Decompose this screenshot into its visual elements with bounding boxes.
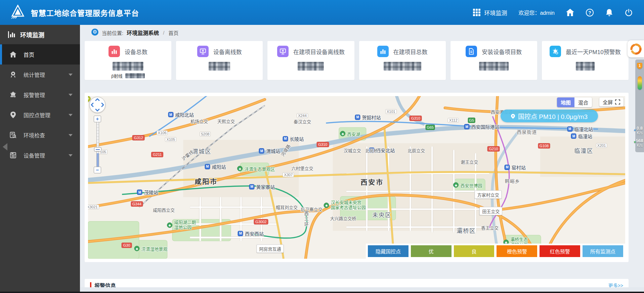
sidebar-item-home[interactable]: 首页 [0,44,80,65]
chevron-down-icon [69,74,73,76]
chevron-down-icon [69,134,73,136]
map-station-label[interactable]: M渭城站 [259,148,280,154]
zoom-track[interactable] [96,122,99,167]
map-zoom-slider[interactable]: + − [94,116,102,173]
map-pan-control[interactable] [89,97,105,113]
pm10-tooltip-text: 国控点 PM10 | 0.0µg/m3 [518,112,588,121]
home-icon[interactable] [566,8,574,16]
map-type-hybrid[interactable]: 混合 [574,97,592,107]
float-widget-logo[interactable] [628,40,644,57]
sidebar-item-1[interactable]: 统计管理 [0,65,80,85]
zoom-fill [97,153,99,167]
module-switch[interactable]: 环境监测 [473,8,507,17]
stat-card-extra-value-blurred [125,73,145,78]
map-label-city: 西安市 [360,177,384,186]
sidebar-title: 环境监测 [20,30,44,39]
float-widget-strip[interactable]: 1 ▲0.8K/s▼568K/s [635,59,644,152]
map-station-label[interactable]: M临潼站 [571,133,592,139]
app-logo-icon [10,5,26,20]
map-park-label[interactable]: ♣汉长安城未央宫 国家考古遗址公园 [324,200,366,210]
map[interactable]: M咸阳北站机场立交天熙立交秦汉立交M贺韶村站X101X244西安港互通G310G… [88,96,625,259]
map-filter-button-1[interactable]: 优 [411,245,452,257]
map-label-road: 谢王立交 [461,158,478,165]
map-park-label[interactable]: ♣西安湖 [340,130,360,137]
map-label-xb: X105 [165,137,176,142]
map-filter-button-0[interactable]: 隐藏国控点 [368,245,409,257]
map-filter-buttons: 隐藏国控点优良橙色预警红色预警所有监测点 [366,244,625,259]
map-station-label[interactable]: M茂陵站 [137,189,158,196]
notification-badge[interactable]: 1 [637,63,642,69]
map-filter-button-4[interactable]: 红色预警 [540,245,580,257]
map-label-xb: X244 [297,113,308,118]
map-label-text: 临潼站 [578,133,592,139]
map-station-label[interactable]: M咸阳北站 [168,111,194,118]
sidebar-item-5[interactable]: 设备管理 [0,145,80,165]
map-type-map[interactable]: 地图 [557,97,574,107]
breadcrumb-page[interactable]: 首页 [168,29,178,36]
fullscreen-button[interactable]: 全屏 [599,97,624,107]
park-icon: ♣ [237,166,243,171]
map-park-label[interactable]: ♣西安世博园 [453,182,482,188]
map-label-gb: G344 [131,201,143,207]
map-label-text: 黄家寨站 [256,183,275,190]
map-label-text: 西安北站 [376,147,395,154]
map-filter-button-5[interactable]: 所有监测点 [583,245,623,257]
park-icon: ♣ [324,203,329,208]
metro-station-icon: M [168,112,173,117]
map-park-label[interactable]: ♣咸阳湖二期 湿地公园 [167,220,196,230]
breadcrumb-system[interactable]: 环境监测系统 [127,29,159,37]
map-label-wbox[interactable]: 田王立交 [479,207,502,215]
sidebar-item-3[interactable]: 国控点管理 [0,105,80,125]
zoom-out-button[interactable]: − [94,167,101,173]
map-label-road: 六村堡立交 [291,165,313,171]
map-station-label[interactable]: M咸阳站 [205,163,226,170]
map-station-label[interactable]: M窑村站 [505,164,526,171]
map-panel: M咸阳北站机场立交天熙立交秦汉立交M贺韶村站X101X244西安港互通G310G… [85,93,629,262]
horizontal-scrollbar[interactable] [80,287,644,292]
map-station-label[interactable]: M临潼北站 [567,126,593,132]
zoom-handle[interactable] [94,147,101,152]
map-station-label[interactable]: M长陵站 [283,135,304,142]
map-label-wbox[interactable]: 方家村立交 [475,191,502,199]
stat-card: 在建项目设备离线数 [267,41,354,80]
map-label-text: 咸阳站 [212,163,226,170]
map-label-eb: G5 [468,118,475,123]
map-park-label[interactable]: ♣涝渭湿地景观 [134,245,168,252]
network-speeds: ▲0.8K/s▼568K/s [636,126,643,151]
map-label-wbox[interactable]: 阿房宫互通 [257,244,284,253]
map-station-label[interactable]: M西安西站 [238,230,264,237]
sidebar-item-4[interactable]: 环境检查 [0,125,80,145]
stat-cards-row: 设备总数β射线设备离线数在建项目设备离线数在建项目总数安装设备项目数最近一天PM… [85,41,629,80]
map-label-gb: G310 [410,116,422,121]
zoom-in-button[interactable]: + [94,116,101,122]
device-icon [9,152,17,159]
breadcrumb-prefix: 当前位置: [102,29,123,36]
sidebar-item-2[interactable]: 报警管理 [0,85,80,105]
sidebar-collapse-icon[interactable] [3,143,7,151]
sidebar-item-label: 统计管理 [24,71,45,79]
map-park-label[interactable]: ♣沣渭生态景观区 [237,165,275,172]
stat-card: 安装设备项目数 [450,41,537,80]
map-label-road: 帽耳刘立交 [276,204,298,210]
sidebar-item-label: 国控点管理 [24,111,50,119]
map-label-gb: G312 [132,135,145,140]
fullscreen-icon [615,99,620,104]
power-icon[interactable] [625,8,633,16]
map-label-gb: G211 [151,152,163,157]
bell-icon[interactable] [605,8,613,16]
map-station-label[interactable]: M黄家寨站 [249,183,275,190]
map-station-label[interactable]: M贺韶村站 [355,114,381,121]
pin-icon [9,111,17,119]
stat-card-title: 设备总数 [125,47,147,56]
map-filter-button-2[interactable]: 良 [454,245,495,257]
help-icon[interactable]: ? [586,8,594,16]
sidebar-header: 环境监测 [0,25,80,44]
brand: 智慧工地综合管理服务信息平台 [0,5,139,20]
page-title: 智慧工地综合管理服务信息平台 [31,7,139,18]
map-station-label[interactable]: M西安国际港站 [464,123,500,130]
map-filter-button-3[interactable]: 橙色预警 [497,245,537,257]
pm10-tooltip[interactable]: 国控点 PM10 | 0.0µg/m3 [501,110,598,122]
map-label-text: 西安湖 [347,130,360,137]
map-label-text: 茂陵站 [144,189,158,196]
stat-card-extra-label: β射线 [111,73,122,79]
